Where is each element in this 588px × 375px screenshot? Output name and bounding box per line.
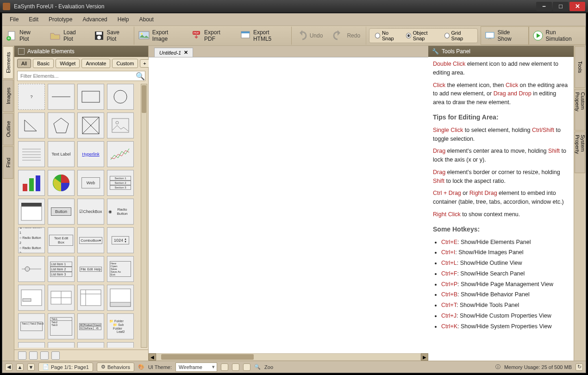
elem-rect[interactable]: [77, 84, 104, 110]
filter-input[interactable]: [18, 73, 136, 79]
elements-scrollbar[interactable]: [141, 84, 147, 348]
close-tab-icon[interactable]: ✕: [184, 50, 188, 56]
cat-widget[interactable]: Widget: [56, 59, 80, 68]
new-plot-button[interactable]: +New Plot: [2, 26, 45, 45]
elem-layout[interactable]: [77, 285, 104, 311]
pf-btn3[interactable]: [40, 351, 49, 360]
palette-icon[interactable]: 🎨: [138, 364, 144, 370]
elem-menubar[interactable]: FileEditHelp: [77, 256, 104, 282]
elem-spinner[interactable]: 1024▲▼: [107, 227, 134, 253]
elem-web[interactable]: Web: [77, 170, 104, 196]
tab-tools[interactable]: Tools: [575, 46, 585, 88]
elem-line[interactable]: [48, 84, 75, 110]
elem-ellipse[interactable]: [107, 84, 134, 110]
elem-chart-line[interactable]: [107, 141, 134, 167]
cat-custom[interactable]: Custom: [112, 59, 138, 68]
tab-images[interactable]: Images: [3, 80, 13, 112]
theme-opt3[interactable]: [243, 363, 250, 371]
no-snap-radio[interactable]: No Snap: [375, 30, 400, 41]
behaviors-button[interactable]: ⚙Behaviors: [97, 362, 134, 372]
elem-hyperlink[interactable]: Hyperlink: [77, 141, 104, 167]
elem-combobox[interactable]: ComboBox▾: [77, 227, 104, 253]
menu-prototype[interactable]: Prototype: [44, 15, 77, 24]
elem-vtabs[interactable]: Tab1Tab2Tab3: [48, 313, 75, 339]
cat-basic[interactable]: Basic: [33, 59, 54, 68]
elem-text-label[interactable]: Text Label: [48, 141, 75, 167]
load-plot-button[interactable]: Load Plot: [45, 26, 90, 45]
prev-page-button[interactable]: ▲: [16, 363, 24, 371]
first-page-button[interactable]: ◀: [5, 363, 13, 371]
elem-texteditbox[interactable]: Text Edit Box: [48, 227, 75, 253]
cat-all[interactable]: All: [17, 59, 31, 68]
redo-button[interactable]: Redo: [329, 26, 366, 45]
slide-show-button[interactable]: Slide Show: [481, 26, 529, 45]
cat-add[interactable]: +: [140, 59, 149, 68]
elem-cross[interactable]: [77, 112, 104, 138]
elem-lines[interactable]: [18, 141, 45, 167]
elem-slider[interactable]: [18, 256, 45, 282]
maximize-button[interactable]: □: [553, 2, 569, 11]
search-icon[interactable]: 🔍: [136, 72, 145, 81]
page-button[interactable]: 📄Page 1/1: Page1: [38, 362, 93, 372]
elem-tree[interactable]: 📁 Folder📁 Sub FolderLeaf2: [107, 313, 134, 339]
elem-checkbox[interactable]: ☑ CheckBox: [77, 199, 104, 225]
scroll-left-icon[interactable]: ◀: [149, 353, 156, 361]
elem-radiogroup[interactable]: ◉ Radio Button 1○ Radio Button 2○ Radio …: [18, 227, 45, 253]
menu-about[interactable]: About: [134, 15, 158, 24]
export-image-button[interactable]: Export Image: [134, 26, 187, 45]
save-plot-button[interactable]: Save Plot: [90, 26, 134, 45]
elem-chart-bar[interactable]: [18, 170, 45, 196]
elem-more2[interactable]: [107, 342, 134, 348]
elem-button[interactable]: Button: [48, 199, 75, 225]
elem-groupbox[interactable]: Group Title: [18, 342, 45, 348]
next-page-button[interactable]: ▼: [27, 363, 35, 371]
theme-opt1[interactable]: [221, 363, 228, 371]
menu-file[interactable]: File: [5, 15, 23, 24]
pf-btn2[interactable]: [29, 351, 38, 360]
elem-polygon[interactable]: [48, 112, 75, 138]
export-pdf-button[interactable]: PDFExport PDF: [187, 26, 236, 45]
elem-grid[interactable]: [48, 285, 75, 311]
elem-menu[interactable]: NewOpenSaveSave AsExit: [107, 256, 134, 282]
elem-panel[interactable]: [107, 285, 134, 311]
file-tab[interactable]: Untitled-1✕: [154, 48, 193, 57]
pf-btn1[interactable]: [18, 351, 26, 360]
elem-placeholder[interactable]: ?: [18, 84, 45, 110]
canvas[interactable]: [149, 57, 428, 353]
grid-snap-radio[interactable]: Grid Snap: [444, 30, 472, 41]
cat-annotate[interactable]: Annotate: [81, 59, 110, 68]
run-simulation-button[interactable]: Run Simulation: [529, 26, 586, 45]
tab-custom-property[interactable]: Custom Property: [575, 89, 585, 131]
zoom-icon[interactable]: 🔍: [254, 364, 261, 370]
tab-system-property[interactable]: System Property: [575, 131, 585, 173]
pf-btn4[interactable]: [51, 351, 60, 360]
menu-edit[interactable]: Edit: [24, 15, 43, 24]
elem-form[interactable]: [18, 285, 45, 311]
filter-box[interactable]: 🔍: [17, 71, 145, 81]
elem-sections[interactable]: Section 1Section 2Section 3: [107, 170, 134, 196]
elem-list[interactable]: List Item 1List Item 2List Item 3: [48, 256, 75, 282]
elem-chart-pie[interactable]: [48, 170, 75, 196]
elem-table[interactable]: IDProductCount01DePane45: [77, 313, 104, 339]
elem-tabs[interactable]: Tab1Tab2Tab3: [18, 313, 45, 339]
elem-more1[interactable]: [77, 342, 104, 348]
tab-find[interactable]: Find: [3, 146, 13, 179]
theme-select[interactable]: Wireframe: [175, 362, 217, 372]
scroll-right-icon[interactable]: ▶: [421, 353, 428, 361]
elem-triangle[interactable]: [18, 112, 45, 138]
refresh-button[interactable]: ↻: [575, 363, 583, 371]
elem-calendar[interactable]: [18, 199, 45, 225]
undo-button[interactable]: Undo: [292, 26, 329, 45]
object-snap-radio[interactable]: Object Snap: [406, 30, 438, 41]
tab-elements[interactable]: Elements: [3, 46, 13, 79]
elem-radiobutton[interactable]: ◉ Radio Button: [107, 199, 134, 225]
theme-opt2[interactable]: [232, 363, 239, 371]
elem-window[interactable]: Window Title: [48, 342, 75, 348]
menu-advanced[interactable]: Advanced: [78, 15, 112, 24]
canvas-hscroll[interactable]: ◀ ▶: [149, 353, 428, 361]
export-html5-button[interactable]: Export HTML5: [236, 26, 292, 45]
tab-outline[interactable]: Outline: [3, 113, 13, 145]
minimize-button[interactable]: −: [536, 2, 552, 11]
menu-help[interactable]: Help: [113, 15, 134, 24]
elem-image[interactable]: [107, 112, 134, 138]
